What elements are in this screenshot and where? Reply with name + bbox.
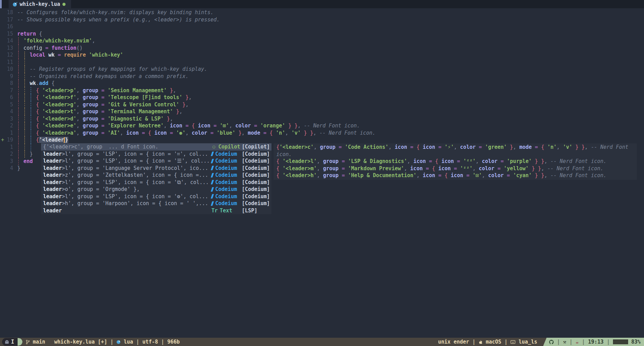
token: '<leader>f' bbox=[42, 94, 76, 100]
token: { bbox=[36, 123, 42, 129]
token: } } bbox=[532, 172, 544, 179]
token: 'v' bbox=[563, 144, 572, 150]
statusbar-left: main which-key.lua [+] | lua | utf-8 | 9… bbox=[22, 338, 180, 346]
token: } } bbox=[301, 130, 313, 136]
indent-guide bbox=[18, 73, 19, 80]
token: = bbox=[466, 172, 473, 179]
statusbar-filename[interactable]: which-key.lua [+] bbox=[54, 338, 107, 346]
code-line[interactable]: 4 { '<leader>t', group = 'Terminal Manag… bbox=[0, 108, 644, 115]
token: } } bbox=[285, 123, 298, 129]
token: } bbox=[173, 108, 179, 115]
code-line[interactable]: 10 -- Register groups of key mappings fo… bbox=[0, 66, 644, 73]
token: = bbox=[101, 108, 108, 115]
tab-which-key[interactable]: which-key.lua bbox=[9, 0, 71, 8]
token: wk bbox=[48, 52, 58, 58]
gitsigns-added-sign: + bbox=[1, 136, 4, 144]
code-line[interactable]: 5 { '<leader>g', group = 'Git & Version … bbox=[0, 101, 644, 108]
token: } bbox=[65, 137, 68, 143]
code-line[interactable]: 9 -- Organizes related keymaps under a c… bbox=[0, 73, 644, 80]
completion-item[interactable]: leader>l', group = 'LSP', icon = { icon … bbox=[41, 151, 271, 158]
token: '<leader bbox=[39, 137, 64, 143]
line-number: 7 bbox=[0, 87, 17, 94]
token: icon bbox=[198, 123, 214, 129]
code-line[interactable]: 12 local wk = require 'which-key' bbox=[0, 51, 644, 59]
token bbox=[17, 52, 30, 58]
token: , bbox=[189, 94, 192, 100]
completion-item[interactable]: leader>h', group = 'Harpoon', icon = { i… bbox=[41, 200, 271, 207]
completion-item[interactable]: leader>o', group = 'Orgmode' },Codeium[C… bbox=[41, 186, 271, 193]
completion-popup[interactable]: {'<leader>c', group ... d Font icon.⚇Cop… bbox=[41, 143, 271, 214]
code-text: config = function() bbox=[17, 45, 644, 52]
completion-item[interactable]: leader>l', group = 'Language Server Prot… bbox=[41, 165, 271, 172]
indent-guide bbox=[18, 94, 19, 101]
statusbar-lsp-name: lua_ls bbox=[518, 338, 537, 346]
indent-guide bbox=[18, 45, 19, 52]
completion-source-name: Codeium bbox=[215, 179, 237, 186]
code-line[interactable]: 6 { '<leader>f', group = 'Telescope [F]i… bbox=[0, 94, 644, 101]
completion-text: >l', group = 'LSP', icon = { icon = '⚙',… bbox=[62, 193, 208, 200]
token: 'cyan' bbox=[513, 172, 532, 179]
line-number: 5 bbox=[0, 101, 17, 108]
token: { bbox=[36, 137, 39, 143]
token: , bbox=[544, 158, 551, 164]
token bbox=[17, 130, 36, 136]
token: { bbox=[148, 130, 154, 136]
token: '<leader>c' bbox=[279, 144, 314, 150]
token: , bbox=[317, 158, 323, 164]
completion-text: leader bbox=[43, 158, 62, 164]
token: { bbox=[541, 144, 547, 150]
git-branch-name[interactable]: main bbox=[33, 338, 45, 346]
code-line[interactable]: 13 config = function() bbox=[0, 45, 644, 52]
code-line[interactable]: 18-- Configures folke/which-key.nvim: di… bbox=[0, 9, 644, 16]
token: } bbox=[179, 102, 186, 108]
completion-item[interactable]: leader>l', group = 'LSP', icon = { icon … bbox=[41, 157, 271, 165]
code-line[interactable]: 15return { bbox=[0, 30, 644, 38]
code-line[interactable]: 3 { '<leader>d', group = 'Diagnostic & L… bbox=[0, 115, 644, 123]
indent-guide bbox=[31, 136, 31, 144]
completion-menu-tag: [Codeium] bbox=[242, 165, 269, 172]
lua-file-icon bbox=[13, 2, 17, 7]
code-line[interactable]: 11 bbox=[0, 59, 644, 66]
completion-item[interactable]: leader>l', group = 'LSP', icon = { icon … bbox=[41, 179, 271, 186]
mode-label: I bbox=[11, 338, 14, 346]
token: , bbox=[407, 158, 413, 164]
indent-guide bbox=[18, 115, 19, 123]
tab-title: which-key.lua bbox=[20, 1, 60, 8]
documentation-line: { '<leader>m', group = 'Markdown Preview… bbox=[276, 165, 637, 172]
code-text: wk.add { bbox=[17, 80, 644, 87]
completion-text: leader bbox=[43, 208, 62, 214]
code-line[interactable]: 7 { '<leader>p', group = 'Sesion Managem… bbox=[0, 87, 644, 94]
completion-item[interactable]: leader>z', group = 'Zettelkasten', icon … bbox=[41, 172, 271, 179]
token: { bbox=[270, 130, 276, 136]
completion-documentation-window: {'<leader>c', group = 'Code Actions', ic… bbox=[274, 143, 637, 180]
codeium-icon bbox=[211, 187, 214, 192]
token: -- Nerd Font icon. bbox=[304, 123, 360, 129]
completion-source-name: Codeium bbox=[215, 151, 237, 158]
completion-item[interactable]: leader>l', group = 'LSP', icon = { icon … bbox=[41, 193, 271, 200]
token: , bbox=[314, 144, 320, 150]
token: , bbox=[416, 172, 423, 179]
code-text: -- Shows possible keys when a prefix (e.… bbox=[17, 16, 644, 23]
completion-text: >z', group = 'Zettelkasten', icon = { ic… bbox=[62, 172, 208, 178]
indent-guide bbox=[24, 94, 25, 101]
token: icon bbox=[154, 130, 170, 136]
statusbar-separator: | bbox=[582, 338, 585, 346]
code-line[interactable]: 1 { '<leader>a', group = 'AI', icon = { … bbox=[0, 129, 644, 137]
code-line[interactable]: 2 { '<leader>e', group = 'Explorer Neotr… bbox=[0, 122, 644, 129]
token: , bbox=[120, 130, 126, 136]
code-text: { '<leader>t', group = 'Terminal Managem… bbox=[17, 108, 644, 115]
token: , bbox=[557, 144, 563, 150]
statusbar-separator: | bbox=[110, 338, 113, 346]
code-line[interactable]: 16 bbox=[0, 23, 644, 30]
completion-item[interactable]: leaderTrText[LSP] bbox=[41, 207, 271, 214]
code-text: 'folke/which-key.nvim', bbox=[17, 37, 644, 45]
completion-abbr: leader>l', group = 'LSP', icon = { icon … bbox=[43, 157, 211, 165]
code-line[interactable]: 17-- Shows possible keys when a prefix (… bbox=[0, 16, 644, 23]
completion-item[interactable]: {'<leader>c', group ... d Font icon.⚇Cop… bbox=[41, 143, 271, 151]
ghost-icon bbox=[5, 340, 9, 344]
token: 'n' bbox=[547, 144, 557, 150]
code-line[interactable]: 19+ {'<leader} bbox=[0, 136, 644, 144]
code-line[interactable]: 8 wk.add { bbox=[0, 80, 644, 87]
code-line[interactable]: 14 'folke/which-key.nvim', bbox=[0, 37, 644, 45]
token: , bbox=[170, 116, 173, 122]
